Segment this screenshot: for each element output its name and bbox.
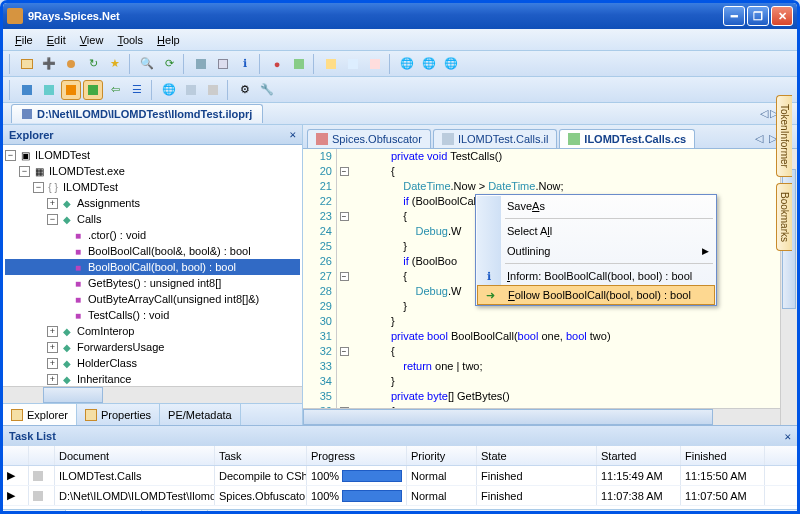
tab-calls-il[interactable]: ILOMDTest.Calls.il (433, 129, 557, 148)
tb2-panel-icon[interactable] (181, 80, 201, 100)
tb-info-icon[interactable]: ℹ (235, 54, 255, 74)
tb2-gear-icon[interactable]: ⚙ (235, 80, 255, 100)
tb-open-icon[interactable] (17, 54, 37, 74)
project-tab[interactable]: D:\Net\ILOMD\ILOMDTest\IlomdTest.iloprj (11, 104, 263, 123)
ctx-select-all[interactable]: Select All (477, 221, 715, 241)
menu-view[interactable]: View (74, 32, 110, 48)
tb-repeat-icon[interactable]: ⟳ (159, 54, 179, 74)
fold-gutter[interactable]: −−−−− (337, 149, 351, 425)
folder-icon (85, 409, 97, 421)
tab-calls-cs[interactable]: ILOMDTest.Calls.cs (559, 129, 695, 148)
tab-informer[interactable]: ℹInformer (142, 510, 208, 514)
tb2-panel2-icon[interactable] (203, 80, 223, 100)
ctx-save-as[interactable]: Save As (477, 196, 715, 216)
tb2-wrench-icon[interactable]: 🔧 (257, 80, 277, 100)
tb2-globe-icon[interactable]: 🌐 (159, 80, 179, 100)
ctx-outlining[interactable]: Outlining (477, 241, 715, 261)
tb-note-icon[interactable] (321, 54, 341, 74)
tb-doc-icon[interactable] (213, 54, 233, 74)
explorer-close-button[interactable]: ✕ (289, 128, 296, 141)
tb-prog-icon[interactable] (289, 54, 309, 74)
col-finished[interactable]: Finished (681, 446, 765, 465)
col-document[interactable]: Document (55, 446, 215, 465)
method-icon: ■ (71, 260, 85, 274)
tb-world2-icon[interactable]: 🌐 (419, 54, 439, 74)
tb-world3-icon[interactable]: 🌐 (441, 54, 461, 74)
progress-bar (342, 490, 402, 502)
tb-note2-icon[interactable] (343, 54, 363, 74)
menubar: File Edit View Tools Help (3, 29, 797, 51)
tree-method-boolbool1[interactable]: ■BoolBoolCall(bool&, bool&) : bool (5, 243, 300, 259)
tb-home-icon[interactable]: ● (267, 54, 287, 74)
menu-edit[interactable]: Edit (41, 32, 72, 48)
tree-method-testcalls[interactable]: ■TestCalls() : void (5, 307, 300, 323)
tab-explorer[interactable]: Explorer (3, 404, 77, 425)
tree-method-ctor[interactable]: ■.ctor() : void (5, 227, 300, 243)
tb-star-icon[interactable]: ★ (105, 54, 125, 74)
tb-world-icon[interactable]: 🌐 (397, 54, 417, 74)
tb2-cyan-icon[interactable] (39, 80, 59, 100)
task-row[interactable]: ▶ ILOMDTest.Calls Decompile to CSharp 10… (3, 466, 797, 486)
tree-hscrollbar[interactable] (3, 386, 302, 403)
menu-tools[interactable]: Tools (111, 32, 149, 48)
tb-add-icon[interactable]: ➕ (39, 54, 59, 74)
tree-class-inheritance[interactable]: +◆Inheritance (5, 371, 300, 386)
tree-class-forwarders[interactable]: +◆ForwardersUsage (5, 339, 300, 355)
tree-exe[interactable]: −▦ILOMDTest.exe (5, 163, 300, 179)
tab-output[interactable]: ⇦Output (3, 510, 66, 514)
tb2-green-icon[interactable] (83, 80, 103, 100)
tasklist-grid[interactable]: Document Task Progress Priority State St… (3, 446, 797, 509)
tab-pe-metadata[interactable]: PE/Metadata (160, 404, 241, 425)
tb2-blue-icon[interactable] (17, 80, 37, 100)
task-row[interactable]: ▶ D:\Net\ILOMD\ILOMDTest\IlomdTest Spice… (3, 486, 797, 506)
col-started[interactable]: Started (597, 446, 681, 465)
tb2-back-icon[interactable]: ⇦ (105, 80, 125, 100)
tree-method-boolbool2[interactable]: ■BoolBoolCall(bool, bool) : bool (5, 259, 300, 275)
path-prev-button[interactable]: ◁ (760, 107, 768, 120)
tab-tasklist[interactable]: Task List (66, 510, 142, 514)
document-tabs: Spices.Obfuscator ILOMDTest.Calls.il ILO… (303, 125, 797, 149)
maximize-button[interactable]: ❐ (747, 6, 769, 26)
sidetab-bookmarks[interactable]: Bookmarks (776, 183, 792, 251)
col-state[interactable]: State (477, 446, 597, 465)
goto-icon: ➜ (482, 287, 498, 303)
tb-refresh-icon[interactable]: ↻ (83, 54, 103, 74)
col-progress[interactable]: Progress (307, 446, 407, 465)
toolbar-1: ➕ ↻ ★ 🔍 ⟳ ℹ ● 🌐 🌐 🌐 (3, 51, 797, 77)
tb-tool-icon[interactable] (191, 54, 211, 74)
tb2-list-icon[interactable]: ☰ (127, 80, 147, 100)
code-hscrollbar[interactable] (303, 408, 780, 425)
tab-obfuscator[interactable]: Spices.Obfuscator (307, 129, 431, 148)
doctab-prev-button[interactable]: ◁ (755, 132, 763, 144)
tree-class-assignments[interactable]: +◆Assignments (5, 195, 300, 211)
tab-properties[interactable]: Properties (77, 404, 160, 425)
tb-note3-icon[interactable] (365, 54, 385, 74)
explorer-header: Explorer ✕ (3, 125, 302, 145)
tree-root[interactable]: −▣ILOMDTest (5, 147, 300, 163)
method-icon: ■ (71, 276, 85, 290)
tree-class-holder[interactable]: +◆HolderClass (5, 355, 300, 371)
row-handle-icon[interactable]: ▶ (3, 466, 29, 485)
tree-method-outbyte[interactable]: ■OutByteArrayCall(unsigned int8[]&) (5, 291, 300, 307)
row-handle-icon[interactable]: ▶ (3, 486, 29, 505)
minimize-button[interactable]: ━ (723, 6, 745, 26)
tasklist-close-button[interactable]: ✕ (784, 430, 791, 443)
tree-class-cominterop[interactable]: +◆ComInterop (5, 323, 300, 339)
tb2-orange-icon[interactable] (61, 80, 81, 100)
window-title: 9Rays.Spices.Net (28, 10, 120, 22)
ctx-follow[interactable]: ➜Follow BoolBoolCall(bool, bool) : bool (477, 285, 715, 305)
sidetab-tokeninformer[interactable]: TokenInformer (776, 95, 792, 177)
tb-search-icon[interactable]: 🔍 (137, 54, 157, 74)
tree-class-calls[interactable]: −◆Calls (5, 211, 300, 227)
col-task[interactable]: Task (215, 446, 307, 465)
class-icon: ◆ (60, 324, 74, 338)
tb-action-icon[interactable] (61, 54, 81, 74)
col-priority[interactable]: Priority (407, 446, 477, 465)
menu-help[interactable]: Help (151, 32, 186, 48)
menu-file[interactable]: File (9, 32, 39, 48)
close-button[interactable]: ✕ (771, 6, 793, 26)
tree-namespace[interactable]: −{ }ILOMDTest (5, 179, 300, 195)
ctx-inform[interactable]: ℹInform: BoolBoolCall(bool, bool) : bool (477, 266, 715, 286)
tree-method-getbytes[interactable]: ■GetBytes() : unsigned int8[] (5, 275, 300, 291)
tree-view[interactable]: −▣ILOMDTest −▦ILOMDTest.exe −{ }ILOMDTes… (3, 145, 302, 386)
